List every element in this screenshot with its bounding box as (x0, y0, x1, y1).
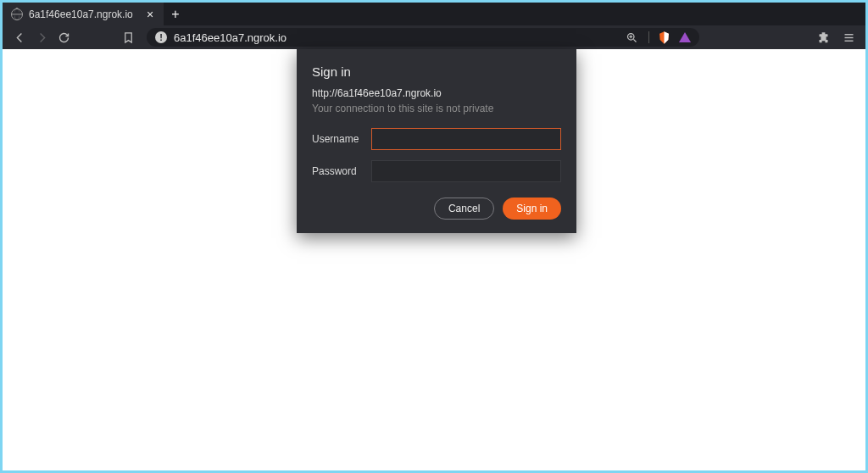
not-secure-icon: ! (155, 31, 167, 43)
reload-button[interactable] (55, 29, 72, 46)
dialog-host: http://6a1f46ee10a7.ngrok.io (312, 87, 561, 99)
globe-icon (11, 8, 23, 20)
cancel-button[interactable]: Cancel (434, 198, 494, 220)
zoom-icon[interactable] (623, 29, 640, 46)
svg-line-1 (633, 39, 636, 42)
dialog-warning: Your connection to this site is not priv… (312, 103, 561, 114)
extensions-icon[interactable] (815, 29, 832, 46)
tab-strip: 6a1f46ee10a7.ngrok.io × + (3, 3, 865, 25)
close-tab-icon[interactable]: × (143, 8, 157, 21)
menu-icon[interactable] (840, 29, 857, 46)
dialog-title: Sign in (312, 64, 561, 79)
address-url: 6a1f46ee10a7.ngrok.io (174, 31, 287, 44)
browser-window: 6a1f46ee10a7.ngrok.io × + ! 6a1f46ee10a7… (3, 3, 865, 470)
password-input[interactable] (371, 160, 561, 182)
tab-title: 6a1f46ee10a7.ngrok.io (29, 8, 137, 20)
back-button[interactable] (11, 29, 28, 46)
viewport: Sign in http://6a1f46ee10a7.ngrok.io You… (3, 49, 865, 470)
bookmark-button[interactable] (120, 29, 136, 46)
toolbar: ! 6a1f46ee10a7.ngrok.io (3, 25, 865, 49)
address-bar[interactable]: ! 6a1f46ee10a7.ngrok.io (147, 28, 699, 47)
brave-shields-icon[interactable] (658, 31, 670, 45)
signin-button[interactable]: Sign in (503, 198, 561, 220)
divider (648, 31, 649, 43)
forward-button[interactable] (33, 29, 50, 46)
new-tab-button[interactable]: + (164, 3, 187, 25)
http-auth-dialog: Sign in http://6a1f46ee10a7.ngrok.io You… (297, 49, 576, 233)
brave-rewards-icon[interactable] (679, 32, 691, 42)
username-label: Username (312, 133, 361, 145)
username-input[interactable] (371, 128, 561, 150)
browser-tab[interactable]: 6a1f46ee10a7.ngrok.io × (3, 3, 164, 25)
password-label: Password (312, 165, 361, 177)
